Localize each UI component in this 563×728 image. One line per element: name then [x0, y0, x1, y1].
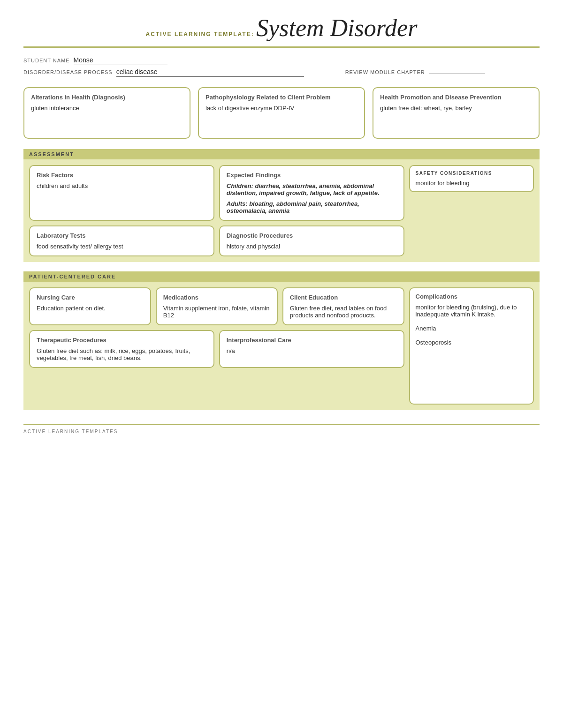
interprofessional-card: Interprofessional Care n/a: [219, 330, 404, 368]
expected-children-text: Children: diarrhea, steatorrhea, anemia,…: [227, 182, 380, 196]
interprofessional-title: Interprofessional Care: [227, 337, 397, 344]
diagnostic-title: Diagnostic Procedures: [227, 232, 397, 239]
expected-findings-content-adults: Adults: bloating, abdominal pain, steato…: [227, 200, 397, 214]
top-card-2: Health Promotion and Disease Prevention …: [373, 87, 540, 139]
review-value: [429, 73, 485, 74]
client-education-title: Client Education: [290, 294, 397, 301]
pcc-body: Nursing Care Education patient on diet. …: [23, 282, 540, 410]
complications-card: Complications monitor for bleeding (brui…: [409, 287, 534, 405]
lab-tests-title: Laboratory Tests: [37, 232, 207, 239]
nursing-care-card: Nursing Care Education patient on diet.: [29, 287, 151, 325]
complications-title: Complications: [416, 293, 528, 300]
pcc-header: PATIENT-CENTERED CARE: [23, 271, 540, 282]
safety-title: SAFETY CONSIDERATIONS: [416, 171, 528, 176]
disorder-label: DISORDER/DISEASE PROCESS: [23, 69, 113, 75]
assessment-main: Risk Factors children and adults Expecte…: [29, 165, 404, 256]
page-title: System Disorder: [256, 15, 417, 41]
diagnostic-content: history and physcial: [227, 243, 397, 250]
lab-tests-card: Laboratory Tests food sensativity test/ …: [29, 225, 214, 256]
client-education-card: Client Education Gluten free diet, read …: [282, 287, 404, 325]
pcc-layout: Nursing Care Education patient on diet. …: [29, 287, 534, 405]
disorder-value: celiac disease: [116, 68, 304, 77]
assessment-header: ASSESSMENT: [23, 149, 540, 159]
complications-side: Complications monitor for bleeding (brui…: [409, 287, 534, 405]
expected-findings-content-children: Children: diarrhea, steatorrhea, anemia,…: [227, 182, 397, 196]
risk-factors-card: Risk Factors children and adults: [29, 165, 214, 221]
top-card-2-content: gluten free diet: wheat, rye, barley: [380, 105, 532, 112]
top-card-1-content: lack of digestive enzyme DDP-IV: [205, 105, 358, 112]
safety-content: monitor for bleeding: [416, 180, 528, 187]
page-header: Active Learning Template: System Disorde…: [23, 14, 540, 48]
therapeutic-title: Therapeutic Procedures: [37, 337, 207, 344]
top-card-0-content: gluten intolerance: [31, 105, 183, 112]
assessment-body: Risk Factors children and adults Expecte…: [23, 159, 540, 262]
student-name-label: STUDENT NAME: [23, 58, 70, 63]
therapeutic-content: Gluten free diet such as: milk, rice, eg…: [37, 347, 207, 361]
risk-factors-title: Risk Factors: [37, 172, 207, 179]
risk-factors-content: children and adults: [37, 182, 207, 189]
pcc-top-grid: Nursing Care Education patient on diet. …: [29, 287, 404, 325]
nursing-care-content: Education patient on diet.: [37, 305, 144, 312]
nursing-care-title: Nursing Care: [37, 294, 144, 301]
safety-card: SAFETY CONSIDERATIONS monitor for bleedi…: [409, 165, 534, 192]
top-cards-section: Alterations in Health (Diagnosis) gluten…: [23, 87, 540, 139]
safety-side: SAFETY CONSIDERATIONS monitor for bleedi…: [409, 165, 534, 256]
page-footer: ACTIVE LEARNING TEMPLATES: [23, 424, 540, 434]
review-label: REVIEW MODULE CHAPTER: [345, 69, 425, 75]
assessment-section: ASSESSMENT Risk Factors children and adu…: [23, 149, 540, 262]
expected-findings-title: Expected Findings: [227, 172, 397, 179]
diagnostic-card: Diagnostic Procedures history and physci…: [219, 225, 404, 256]
therapeutic-card: Therapeutic Procedures Gluten free diet …: [29, 330, 214, 368]
pcc-main: Nursing Care Education patient on diet. …: [29, 287, 404, 405]
lab-tests-content: food sensativity test/ allergy test: [37, 243, 207, 250]
medications-title: Medications: [163, 294, 270, 301]
complications-content: monitor for bleeding (bruising), due to …: [416, 304, 528, 346]
assessment-grid: Risk Factors children and adults Expecte…: [29, 165, 404, 256]
top-card-0: Alterations in Health (Diagnosis) gluten…: [23, 87, 190, 139]
medications-card: Medications Vitamin supplement iron, fol…: [156, 287, 278, 325]
top-card-1: Pathophysiology Related to Client Proble…: [198, 87, 365, 139]
student-name-value: Monse: [74, 56, 167, 65]
top-card-2-title: Health Promotion and Disease Prevention: [380, 94, 532, 101]
expected-findings-card: Expected Findings Children: diarrhea, st…: [219, 165, 404, 221]
footer-label: ACTIVE LEARNING TEMPLATES: [23, 429, 118, 434]
student-name-row: STUDENT NAME Monse: [23, 56, 540, 65]
top-card-0-title: Alterations in Health (Diagnosis): [31, 94, 183, 101]
disorder-row: DISORDER/DISEASE PROCESS celiac disease …: [23, 68, 540, 77]
client-education-content: Gluten free diet, read lables on food pr…: [290, 305, 397, 319]
patient-care-section: PATIENT-CENTERED CARE Nursing Care Educa…: [23, 271, 540, 410]
interprofessional-content: n/a: [227, 347, 397, 354]
expected-adults-text: Adults: bloating, abdominal pain, steato…: [227, 200, 359, 214]
pcc-bottom-grid: Therapeutic Procedures Gluten free diet …: [29, 330, 404, 368]
medications-content: Vitamin supplement iron, folate, vitamin…: [163, 305, 270, 319]
active-label: Active Learning Template:: [146, 31, 254, 38]
top-card-1-title: Pathophysiology Related to Client Proble…: [205, 94, 358, 101]
